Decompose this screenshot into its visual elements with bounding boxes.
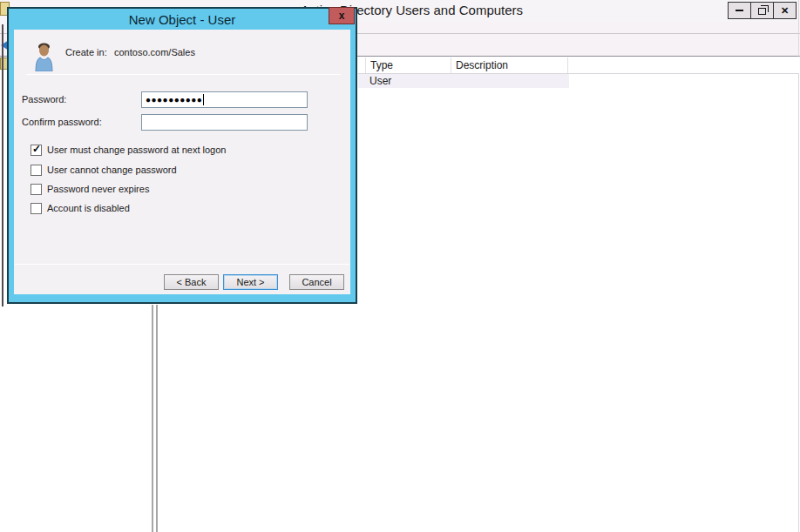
checkbox-label: User cannot change password: [47, 165, 177, 175]
checkbox-row-must-change-password[interactable]: User must change password at next logon: [31, 144, 226, 156]
close-icon: ✕: [781, 5, 789, 17]
column-header-description[interactable]: Description: [451, 57, 568, 73]
restore-icon: [758, 8, 766, 15]
row-type-cell: User: [358, 75, 451, 87]
checkbox[interactable]: [31, 145, 42, 156]
checkbox-label: Password never expires: [47, 184, 149, 194]
checkbox-row-cannot-change-password[interactable]: User cannot change password: [31, 164, 177, 176]
new-object-user-dialog: New Object - User x Create in: contoso.c…: [7, 7, 357, 304]
checkbox-label: User must change password at next logon: [47, 145, 226, 155]
dialog-close-button[interactable]: x: [329, 7, 355, 24]
divider: [15, 264, 349, 265]
checkbox[interactable]: [31, 184, 42, 195]
dialog-title: New Object - User: [9, 12, 356, 27]
pane-splitter[interactable]: [152, 305, 153, 532]
checkbox[interactable]: [31, 165, 42, 176]
create-in-value: contoso.com/Sales: [114, 47, 195, 57]
tree-pane-edge: [2, 24, 3, 306]
user-person-icon: [33, 42, 55, 71]
checkbox[interactable]: [31, 203, 42, 214]
checkbox-row-account-disabled[interactable]: Account is disabled: [31, 202, 130, 214]
next-button[interactable]: Next >: [223, 274, 278, 290]
password-input[interactable]: ●●●●●●●●●●: [141, 91, 308, 108]
window-right-border: [798, 0, 799, 532]
list-header-row: Type Description: [358, 57, 799, 74]
minimize-button[interactable]: [728, 2, 751, 19]
confirm-password-input[interactable]: [141, 114, 308, 131]
list-header-spacer: [358, 57, 366, 73]
pane-splitter[interactable]: [156, 305, 158, 532]
cancel-button[interactable]: Cancel: [289, 274, 344, 290]
checkbox-row-password-never-expires[interactable]: Password never expires: [31, 183, 149, 195]
column-header-type[interactable]: Type: [366, 57, 451, 73]
confirm-password-label: Confirm password:: [22, 117, 102, 127]
dialog-content: Create in: contoso.com/Sales Password: ●…: [14, 30, 350, 294]
checkbox-label: Account is disabled: [47, 203, 130, 213]
password-label: Password:: [22, 94, 66, 104]
window-controls: ✕: [729, 2, 797, 19]
text-caret: [203, 94, 204, 105]
password-masked-value: ●●●●●●●●●●: [146, 92, 202, 107]
close-button[interactable]: ✕: [773, 2, 797, 19]
minimize-icon: [736, 10, 743, 11]
close-icon: x: [339, 10, 345, 22]
table-row[interactable]: User: [358, 74, 569, 88]
create-in-label: Create in:: [65, 47, 107, 57]
restore-button[interactable]: [750, 2, 774, 19]
back-button[interactable]: < Back: [164, 274, 219, 290]
divider: [26, 74, 341, 75]
